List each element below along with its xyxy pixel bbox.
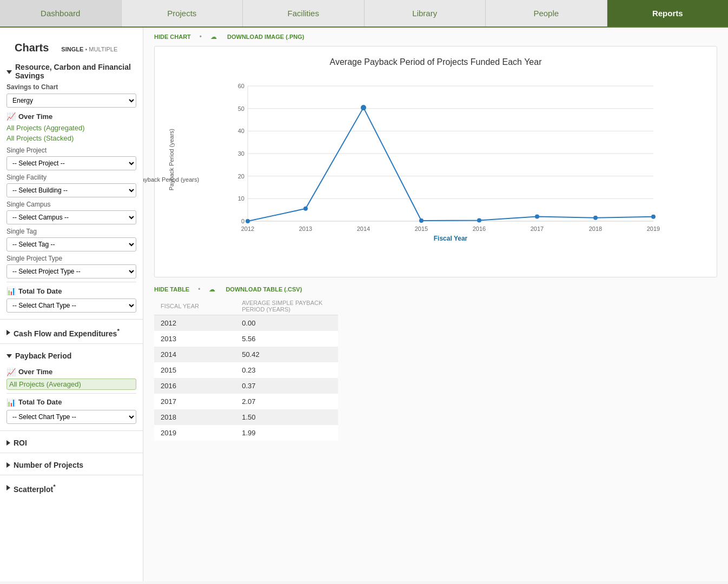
value-cell: 0.00 [235,315,338,331]
year-cell: 2013 [154,331,235,347]
y-axis-label-text: Payback Period (years) [168,129,175,190]
select-campus[interactable]: -- Select Campus -- [6,210,136,224]
section-roi-label: ROI [14,439,27,447]
savings-select[interactable]: Energy Water Carbon Cost [6,94,136,108]
svg-text:2017: 2017 [531,225,544,232]
divider6 [0,453,143,453]
divider2 [0,319,143,320]
col1-header: FISCAL YEAR [154,297,235,315]
nav-people[interactable]: People [486,0,607,26]
single-project-type-label: Single Project Type [6,255,136,262]
nav-reports[interactable]: Reports [607,0,729,26]
value-cell: 0.23 [235,362,338,378]
year-cell: 2019 [154,425,235,441]
sidebar-title: Charts [6,37,57,56]
data-table: FISCAL YEAR AVERAGE SIMPLE PAYBACK PERIO… [154,297,338,441]
main-content: HIDE CHART • ☁ DOWNLOAD IMAGE (.PNG) Ave… [143,28,728,581]
line-chart-icon: 📈 [6,112,16,121]
nav-library[interactable]: Library [365,0,486,26]
arrow-down-icon [6,70,12,74]
total-to-date-header1: 📊 Total To Date [6,287,136,295]
arrow-right-icon-cashflow [6,330,10,335]
data-point-2017 [535,214,539,218]
arrow-right-icon-scatter [6,485,10,490]
savings-to-chart-label: Savings to Chart [6,83,136,91]
all-projects-averaged-link[interactable]: All Projects (Averaged) [6,379,136,390]
section-scatter-header[interactable]: Scatterplot* [0,479,143,496]
arrow-right-icon-roi [6,440,10,446]
data-point-2019 [651,215,656,219]
svg-text:0: 0 [241,218,244,224]
section-payback-header[interactable]: Payback Period [0,347,143,362]
select-tag[interactable]: -- Select Tag -- [6,237,136,251]
divider4 [6,393,136,394]
data-point-2015 [419,218,423,223]
single-campus-label: Single Campus [6,201,136,208]
select-project-type[interactable]: -- Select Project Type -- [6,264,136,278]
value-cell: 1.99 [235,425,338,441]
svg-text:2015: 2015 [415,225,428,232]
table-row: 201450.42 [154,347,338,362]
nav-facilities[interactable]: Facilities [243,0,365,26]
table-row: 20172.07 [154,394,338,409]
table-row: 20120.00 [154,315,338,331]
data-point-2012 [246,219,250,223]
arrow-down-icon-payback [6,354,12,358]
all-projects-aggregated-link[interactable]: All Projects (Aggregated) [6,123,136,133]
data-point-2018 [593,216,598,220]
sidebar: Charts SINGLE • MULTIPLE Resource, Carbo… [0,28,143,581]
section-roi-header[interactable]: ROI [0,434,143,449]
divider3 [0,343,143,344]
svg-text:10: 10 [238,195,244,202]
hide-chart-btn[interactable]: HIDE CHART [154,34,191,40]
select-project[interactable]: -- Select Project -- [6,156,136,170]
select-building[interactable]: -- Select Building -- [6,183,136,197]
value-cell: 0.37 [235,378,338,394]
year-cell: 2012 [154,315,235,331]
over-time-header-payback: 📈 Over Time [6,368,136,376]
hide-table-btn[interactable]: HIDE TABLE [154,286,189,293]
year-cell: 2016 [154,378,235,394]
single-label[interactable]: SINGLE [61,46,83,52]
section-savings-content: Savings to Chart Energy Water Carbon Cos… [0,82,143,316]
table-row: 20150.23 [154,362,338,378]
total-to-date-header2: 📊 Total To Date [6,398,136,407]
chart-line [248,108,653,221]
section-cashflow-header[interactable]: Cash Flow and Expenditures* [0,323,143,340]
divider5 [0,430,143,431]
table-row: 20160.37 [154,378,338,394]
single-facility-label: Single Facility [6,174,136,181]
svg-text:50: 50 [238,105,244,112]
chart-container: Average Payback Period of Projects Funde… [154,46,717,277]
divider1 [6,282,136,282]
value-cell: 50.42 [235,347,338,362]
table-row: 20135.56 [154,331,338,347]
chart-svg: 60 50 40 30 20 10 0 2012 2013 2014 2015 … [195,81,690,243]
year-cell: 2015 [154,362,235,378]
all-projects-stacked-link[interactable]: All Projects (Stacked) [6,133,136,143]
download-table-btn[interactable]: DOWNLOAD TABLE (.CSV) [226,286,302,293]
nav-projects[interactable]: Projects [122,0,243,26]
download-image-btn[interactable]: DOWNLOAD IMAGE (.PNG) [227,34,304,40]
select-chart-type-2[interactable]: -- Select Chart Type -- [6,410,136,424]
divider7 [0,475,143,475]
year-cell: 2014 [154,347,235,362]
nav-dashboard[interactable]: Dashboard [0,0,122,26]
multiple-label[interactable]: MULTIPLE [89,46,117,52]
section-savings-header[interactable]: Resource, Carbon and Financial Savings [0,58,143,82]
bar-chart-icon2: 📊 [6,398,16,407]
svg-text:2013: 2013 [299,225,312,232]
section-numprojects-label: Number of Projects [14,461,83,469]
data-point-2013 [303,207,308,211]
data-point-2014 [361,105,366,110]
section-numprojects-header[interactable]: Number of Projects [0,456,143,472]
svg-text:40: 40 [238,128,244,134]
bar-chart-icon1: 📊 [6,287,16,295]
select-chart-type-1[interactable]: -- Select Chart Type -- [6,298,136,313]
main-layout: Charts SINGLE • MULTIPLE Resource, Carbo… [0,28,728,581]
svg-text:2019: 2019 [647,225,660,232]
year-cell: 2018 [154,409,235,425]
download-table-icon: ☁ [209,286,215,293]
svg-text:60: 60 [238,83,244,89]
line-chart-icon-payback: 📈 [6,368,16,376]
